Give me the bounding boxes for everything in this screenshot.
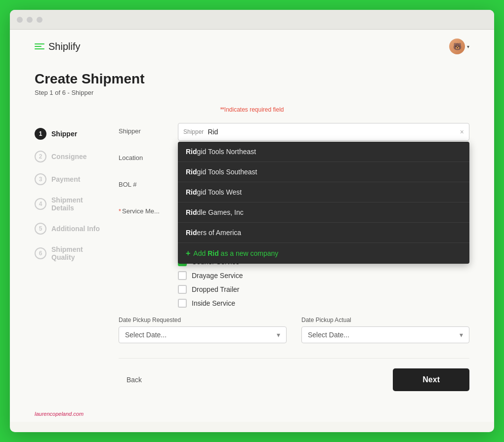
step-name-shipment-quality: Shipment Quality <box>51 245 104 261</box>
step-name-shipper: Shipper <box>51 130 77 138</box>
dot-minimize <box>27 17 33 23</box>
step-name-shipment-details: Shipment Details <box>51 196 104 212</box>
step-circle-5: 5 <box>35 223 46 235</box>
pickup-requested-select[interactable]: Select Date... ▾ <box>119 326 287 343</box>
add-icon: + <box>186 249 190 258</box>
logo-line-2 <box>35 46 42 47</box>
checkbox-inside-service-label: Inside Service <box>192 299 235 307</box>
dropdown-item-1[interactable]: Ridgid Tools Northeast <box>178 142 469 162</box>
add-new-text: Add Rid as a new company <box>193 249 278 257</box>
pickup-actual-caret-icon: ▾ <box>460 331 463 339</box>
step-circle-2: 2 <box>35 151 46 162</box>
dates-row: Date Pickup Requested Select Date... ▾ D… <box>119 317 469 343</box>
sidebar-item-shipper[interactable]: 1 Shipper <box>35 128 104 140</box>
service-mode-label: Service Me... <box>119 203 178 215</box>
dropdown-item-4[interactable]: Riddle Games, Inc <box>178 202 469 223</box>
page-title: Create Shipment <box>35 71 469 87</box>
form-area: 1 Shipper 2 Consignee 3 Payment 4 Shipme… <box>35 123 469 391</box>
back-button[interactable]: Back <box>119 371 150 389</box>
sidebar-item-payment[interactable]: 3 Payment <box>35 173 104 185</box>
sidebar-item-consignee[interactable]: 2 Consignee <box>35 151 104 162</box>
form-fields: Shipper Shipper × Ridgid Tools Northeast <box>119 123 469 391</box>
dropdown-item-3[interactable]: Ridgid Tools West <box>178 182 469 202</box>
shipper-input-container[interactable]: Shipper × <box>178 123 469 141</box>
step-circle-1: 1 <box>35 128 46 140</box>
main-section: Create Shipment Step 1 of 6 - Shipper **… <box>10 61 494 406</box>
step-label: Step 1 of 6 - Shipper <box>35 89 469 96</box>
logo-line-1 <box>35 43 44 44</box>
checkbox-drayage-service[interactable]: Drayage Service <box>178 271 469 280</box>
logo-line-3 <box>35 48 44 49</box>
dropdown-item-2[interactable]: Ridgid Tools Southeast <box>178 162 469 182</box>
step-circle-6: 6 <box>35 247 46 259</box>
checkbox-dropped-trailer-label: Dropped Trailer <box>192 285 240 293</box>
footer-credit: laurencopeland.com <box>10 406 494 422</box>
checkbox-drayage-service-label: Drayage Service <box>192 272 243 280</box>
pickup-actual-select[interactable]: Select Date... ▾ <box>301 326 469 343</box>
checkbox-dropped-trailer[interactable]: Dropped Trailer <box>178 285 469 294</box>
checkbox-dropped-trailer-box[interactable] <box>178 285 187 294</box>
pickup-actual-value: Select Date... <box>308 331 349 339</box>
step-name-consignee: Consignee <box>51 153 87 161</box>
shipper-dropdown: Ridgid Tools Northeast Ridgid Tools Sout… <box>178 142 469 264</box>
next-button[interactable]: Next <box>393 368 469 391</box>
step-circle-3: 3 <box>35 173 46 185</box>
step-circle-4: 4 <box>35 198 46 210</box>
sidebar-item-shipment-details[interactable]: 4 Shipment Details <box>35 196 104 212</box>
avatar-caret-icon: ▾ <box>467 44 469 49</box>
shipper-inline-label: Shipper <box>183 128 204 135</box>
step-name-payment: Payment <box>51 175 80 183</box>
sidebar-item-shipment-quality[interactable]: 6 Shipment Quality <box>35 245 104 261</box>
shipper-row: Shipper Shipper × Ridgid Tools Northeast <box>119 123 469 141</box>
checkbox-inside-service-box[interactable] <box>178 299 187 308</box>
navbar: Shiplify 🐻 ▾ <box>10 30 494 61</box>
logo: Shiplify <box>35 41 80 52</box>
location-label: Location <box>119 150 178 161</box>
avatar: 🐻 <box>449 39 465 54</box>
app-window: Shiplify 🐻 ▾ Create Shipment Step 1 of 6… <box>10 10 494 432</box>
dropdown-item-5[interactable]: Riders of America <box>178 223 469 243</box>
checkbox-inside-service[interactable]: Inside Service <box>178 299 469 308</box>
dot-close <box>17 17 23 23</box>
bol-label: BOL # <box>119 176 178 188</box>
shipper-field-label: Shipper <box>119 123 178 135</box>
dropdown-add-new[interactable]: + Add Rid as a new company <box>178 243 469 264</box>
pickup-actual-field: Date Pickup Actual Select Date... ▾ <box>301 317 469 343</box>
logo-text: Shiplify <box>48 41 80 52</box>
required-note: **Indicates required field <box>35 106 469 113</box>
pickup-requested-field: Date Pickup Requested Select Date... ▾ <box>119 317 287 343</box>
shipper-input-wrapper: Shipper × Ridgid Tools Northeast Ri <box>178 123 469 141</box>
step-name-additional-info: Additional Info <box>51 225 100 233</box>
dot-maximize <box>37 17 42 23</box>
pickup-requested-value: Select Date... <box>125 331 167 339</box>
actions-row: Back Next <box>119 358 469 391</box>
sidebar-item-additional-info[interactable]: 5 Additional Info <box>35 223 104 235</box>
shipper-search-input[interactable] <box>208 128 457 136</box>
titlebar <box>10 10 494 30</box>
logo-icon <box>35 43 44 49</box>
user-menu[interactable]: 🐻 ▾ <box>449 39 469 54</box>
pickup-requested-label: Date Pickup Requested <box>119 317 287 323</box>
clear-icon[interactable]: × <box>460 128 464 136</box>
pickup-requested-caret-icon: ▾ <box>277 331 280 339</box>
steps-sidebar: 1 Shipper 2 Consignee 3 Payment 4 Shipme… <box>35 123 104 391</box>
main-content: Shiplify 🐻 ▾ Create Shipment Step 1 of 6… <box>10 30 494 422</box>
checkbox-drayage-service-box[interactable] <box>178 271 187 280</box>
pickup-actual-label: Date Pickup Actual <box>301 317 469 323</box>
